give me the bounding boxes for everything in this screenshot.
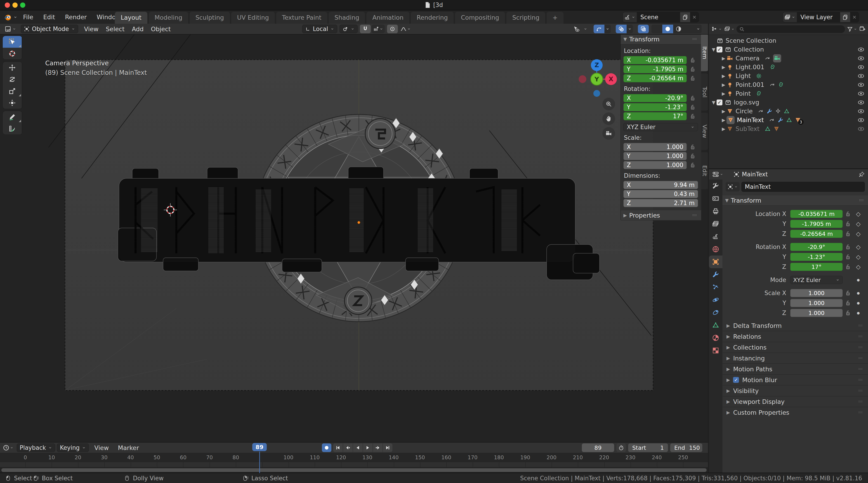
pin-icon[interactable] xyxy=(859,171,865,178)
outliner-filter-dropdown[interactable] xyxy=(724,26,735,33)
scene-new-button[interactable] xyxy=(680,12,690,22)
animate-dot-icon[interactable]: ● xyxy=(853,301,864,305)
scale-x-field[interactable]: X1.000 xyxy=(623,143,687,151)
keyframe-diamond-icon[interactable]: ◇ xyxy=(853,264,864,270)
workspace-tab-layout[interactable]: Layout xyxy=(115,12,147,24)
proportional-editing-toggle[interactable] xyxy=(387,25,398,33)
rotation-mode-dropdown[interactable]: XYZ Euler xyxy=(623,123,698,131)
object-browse-button[interactable] xyxy=(725,182,740,191)
workspace-tab-uv-editing[interactable]: UV Editing xyxy=(231,12,275,24)
properties-tab-tool[interactable] xyxy=(709,180,722,192)
object-name-input[interactable]: MainText xyxy=(741,182,865,192)
menu-render[interactable]: Render xyxy=(61,12,91,22)
camera-view-button[interactable] xyxy=(602,127,615,140)
outliner-display-mode-dropdown[interactable] xyxy=(711,26,722,33)
overlays-dropdown[interactable] xyxy=(627,25,633,33)
lock-icon[interactable] xyxy=(843,220,853,227)
property-field-location-x[interactable]: -0.035671 m xyxy=(790,210,843,218)
tool-cursor-tool-button[interactable] xyxy=(3,48,22,59)
expander-open-icon[interactable]: ▼ xyxy=(711,47,717,52)
panel-motion-blur[interactable]: ▶✓Motion Blur xyxy=(722,374,868,385)
property-field-y[interactable]: -1.7905 m xyxy=(790,220,843,228)
next-key-button[interactable] xyxy=(373,444,382,452)
workspace-tab-animation[interactable]: Animation xyxy=(366,12,409,24)
menu-file[interactable]: File xyxy=(19,12,37,22)
outliner-search-input[interactable] xyxy=(737,25,845,33)
lock-icon[interactable] xyxy=(843,300,853,306)
shading-wireframe-button[interactable] xyxy=(651,25,662,33)
transform-panel-header[interactable]: ▼ Transform xyxy=(621,34,701,44)
animate-dot-icon[interactable]: ● xyxy=(853,291,864,295)
properties-tab-particles[interactable] xyxy=(709,281,722,294)
property-field-y[interactable]: 1.000 xyxy=(790,299,843,307)
outliner-row-collection[interactable]: ▼✓Collection xyxy=(711,45,868,54)
visibility-eye-icon[interactable] xyxy=(858,64,864,70)
property-field-z[interactable]: 1.000 xyxy=(790,309,843,317)
property-field-z[interactable]: -0.26564 m xyxy=(790,230,843,238)
auto-keyframe-toggle[interactable] xyxy=(322,444,331,452)
collection-checkbox[interactable]: ✓ xyxy=(717,99,722,105)
outliner-row-point-001[interactable]: ▶Point.001 xyxy=(711,80,868,89)
workspace-tab-texture-paint[interactable]: Texture Paint xyxy=(276,12,327,24)
expander-closed-icon[interactable]: ▶ xyxy=(721,56,726,61)
properties-tab-world[interactable] xyxy=(709,243,722,255)
shading-solid-button[interactable] xyxy=(662,25,673,33)
dimensions-x-field[interactable]: X9.94 m xyxy=(623,181,698,189)
timeline-menu-marker[interactable]: Marker xyxy=(114,444,143,452)
view-layer-remove-button[interactable] xyxy=(850,12,859,22)
expander-closed-icon[interactable]: ▶ xyxy=(721,126,726,131)
jump-last-button[interactable] xyxy=(383,444,393,452)
panel-checkbox[interactable]: ✓ xyxy=(733,377,739,383)
gizmos-dropdown[interactable] xyxy=(604,25,611,33)
jump-first-button[interactable] xyxy=(333,444,343,452)
object-visibility-dropdown[interactable] xyxy=(571,25,582,33)
expander-open-icon[interactable]: ▼ xyxy=(711,100,717,105)
snap-target-dropdown[interactable] xyxy=(372,25,385,33)
n-panel-tab-tool[interactable]: Tool xyxy=(701,73,708,111)
expander-closed-icon[interactable]: ▶ xyxy=(721,82,726,88)
tool-rotate-button[interactable] xyxy=(3,73,22,85)
frame-end-field[interactable]: End 150 xyxy=(670,444,702,452)
transform-orientation-dropdown[interactable]: Local xyxy=(302,25,337,33)
visibility-eye-icon[interactable] xyxy=(858,117,864,123)
n-panel-tab-edit[interactable]: Edit xyxy=(701,152,708,189)
outliner-row-camera[interactable]: ▶Camera xyxy=(711,54,868,63)
dimensions-z-field[interactable]: Z2.71 m xyxy=(623,199,698,207)
properties-tab-material[interactable] xyxy=(709,332,722,344)
property-field-z[interactable]: 17° xyxy=(790,263,843,271)
viewport-menu-view[interactable]: View xyxy=(81,25,102,33)
panel-custom-properties[interactable]: ▶Custom Properties xyxy=(722,407,868,418)
properties-tab-output[interactable] xyxy=(709,205,722,217)
lock-icon[interactable] xyxy=(843,244,853,250)
playhead-line[interactable] xyxy=(259,452,260,473)
rotation-x-field[interactable]: X-20.9° xyxy=(623,94,687,102)
viewport-menu-object[interactable]: Object xyxy=(147,25,174,33)
properties-tab-data[interactable] xyxy=(709,319,722,332)
lock-icon[interactable] xyxy=(687,144,699,150)
lock-icon[interactable] xyxy=(843,309,853,316)
view-layer-name-field[interactable]: View Layer xyxy=(797,14,840,21)
view-layer-new-button[interactable] xyxy=(840,12,850,22)
workspace-tab-sculpting[interactable]: Sculpting xyxy=(190,12,230,24)
outliner-row-scene-collection[interactable]: Scene Collection xyxy=(711,36,868,45)
property-field-rotation-x[interactable]: -20.9° xyxy=(790,243,843,251)
location-y-field[interactable]: Y-1.7905 m xyxy=(623,65,687,73)
lock-icon[interactable] xyxy=(687,104,699,111)
dimensions-y-field[interactable]: Y0.43 m xyxy=(623,190,698,198)
play-button[interactable] xyxy=(363,444,373,452)
workspace-tab-modeling[interactable]: Modeling xyxy=(149,12,188,24)
visibility-eye-icon[interactable] xyxy=(858,55,864,62)
navigation-gizmo[interactable]: Z X Y xyxy=(569,51,628,103)
panel-viewport-display[interactable]: ▶Viewport Display xyxy=(722,396,868,407)
expander-closed-icon[interactable]: ▶ xyxy=(721,117,726,123)
viewport-menu-select[interactable]: Select xyxy=(102,25,128,33)
panel-visibility[interactable]: ▶Visibility xyxy=(722,385,868,396)
animate-dot-icon[interactable]: ● xyxy=(853,278,864,282)
visibility-eye-icon[interactable] xyxy=(858,72,864,79)
outliner-row-light[interactable]: ▶Light xyxy=(711,71,868,80)
workspace-tab-rendering[interactable]: Rendering xyxy=(411,12,454,24)
visibility-eye-icon[interactable] xyxy=(858,46,864,53)
properties-tab-render[interactable] xyxy=(709,192,722,205)
pivot-point-dropdown[interactable] xyxy=(340,25,358,33)
view-layer-browse-button[interactable] xyxy=(783,12,797,22)
